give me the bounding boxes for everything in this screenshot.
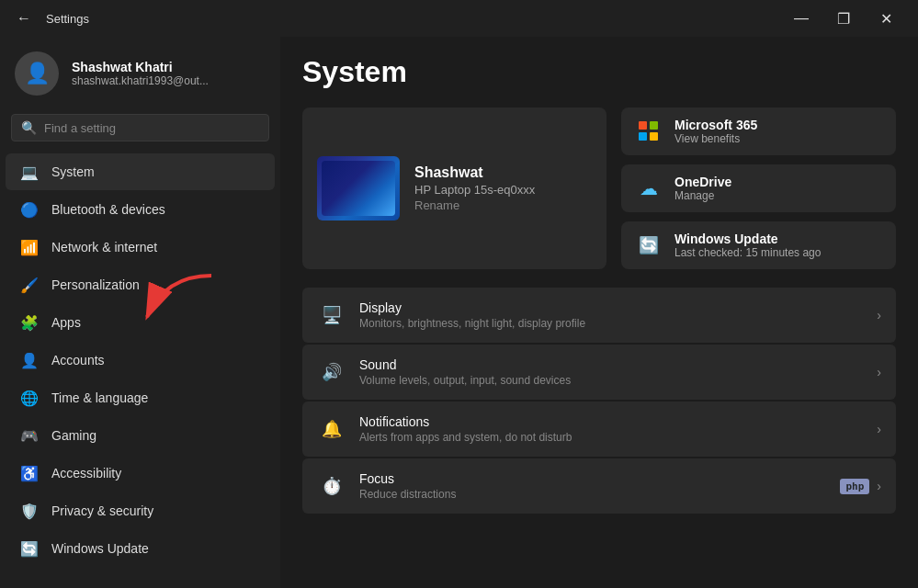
display-title: Display xyxy=(359,300,877,315)
user-profile[interactable]: 👤 Shashwat Khatri shashwat.khatri1993@ou… xyxy=(0,37,280,108)
sound-text: Sound Volume levels, output, input, soun… xyxy=(359,357,877,387)
sidebar-item-personalization[interactable]: 🖌️ Personalization xyxy=(6,266,275,303)
sidebar-item-accounts[interactable]: 👤 Accounts xyxy=(6,342,275,379)
maximize-button[interactable]: ❐ xyxy=(822,0,865,37)
notifications-title: Notifications xyxy=(359,414,877,429)
notifications-chevron: › xyxy=(877,422,881,436)
sidebar-label-time: Time & language xyxy=(51,390,148,405)
main-content: System Shashwat HP Laptop 15s-eq0xxx Ren… xyxy=(280,37,918,588)
display-icon: 🖥️ xyxy=(317,300,346,330)
back-button[interactable]: ← xyxy=(11,6,37,30)
settings-list: 🖥️ Display Monitors, brightness, night l… xyxy=(302,288,896,514)
winupdate-card[interactable]: 🔄 Windows Update Last checked: 15 minute… xyxy=(621,221,896,269)
personalization-icon: 🖌️ xyxy=(20,276,39,294)
sound-desc: Volume levels, output, input, sound devi… xyxy=(359,374,877,387)
privacy-icon: 🛡️ xyxy=(20,502,39,520)
close-button[interactable]: ✕ xyxy=(865,0,907,37)
onedrive-subtitle: Manage xyxy=(674,189,731,202)
avatar: 👤 xyxy=(15,51,59,96)
device-card[interactable]: Shashwat HP Laptop 15s-eq0xxx Rename xyxy=(302,107,606,269)
sidebar-label-personalization: Personalization xyxy=(51,277,140,292)
device-image xyxy=(317,156,400,220)
focus-text: Focus Reduce distractions xyxy=(359,471,840,501)
side-cards: Microsoft 365 View benefits ☁ OneDrive M… xyxy=(621,107,896,269)
display-chevron: › xyxy=(877,308,881,322)
winupdate-subtitle: Last checked: 15 minutes ago xyxy=(674,246,821,259)
settings-item-display[interactable]: 🖥️ Display Monitors, brightness, night l… xyxy=(302,288,896,343)
device-model: HP Laptop 15s-eq0xxx xyxy=(414,183,535,197)
sidebar-label-system: System xyxy=(51,164,95,179)
ms365-title: Microsoft 365 xyxy=(674,118,757,132)
sidebar-item-apps[interactable]: 🧩 Apps xyxy=(6,304,275,341)
window-controls: — ❐ ✕ xyxy=(780,0,907,37)
nav-list: 💻 System 🔵 Bluetooth & devices 📶 Network… xyxy=(0,153,280,568)
network-icon: 📶 xyxy=(20,238,39,256)
sidebar-label-accounts: Accounts xyxy=(51,353,105,368)
sidebar-label-gaming: Gaming xyxy=(51,428,96,443)
sidebar-item-privacy[interactable]: 🛡️ Privacy & security xyxy=(6,492,275,529)
onedrive-title: OneDrive xyxy=(674,175,731,189)
search-container: 🔍 xyxy=(0,108,280,153)
device-name: Shashwat xyxy=(414,164,535,181)
winupdate-icon: 🔄 xyxy=(634,231,663,260)
ms365-info: Microsoft 365 View benefits xyxy=(674,118,757,145)
gaming-icon: 🎮 xyxy=(20,426,39,445)
ms365-card[interactable]: Microsoft 365 View benefits xyxy=(621,107,896,155)
notifications-desc: Alerts from apps and system, do not dist… xyxy=(359,431,877,444)
display-text: Display Monitors, brightness, night ligh… xyxy=(359,300,877,330)
notifications-text: Notifications Alerts from apps and syste… xyxy=(359,414,877,444)
sidebar: 👤 Shashwat Khatri shashwat.khatri1993@ou… xyxy=(0,37,280,588)
settings-item-focus[interactable]: ⏱️ Focus Reduce distractions php › xyxy=(302,458,896,514)
app-body: 👤 Shashwat Khatri shashwat.khatri1993@ou… xyxy=(0,37,918,588)
sidebar-item-system[interactable]: 💻 System xyxy=(6,153,275,190)
user-name: Shashwat Khatri xyxy=(72,60,209,74)
sidebar-item-update[interactable]: 🔄 Windows Update xyxy=(6,530,275,567)
app-title: Settings xyxy=(46,12,89,26)
sidebar-label-update: Windows Update xyxy=(51,541,149,556)
apps-icon: 🧩 xyxy=(20,313,39,332)
accessibility-icon: ♿ xyxy=(20,464,39,482)
minimize-button[interactable]: — xyxy=(780,0,822,37)
search-box: 🔍 xyxy=(11,114,269,141)
page-title: System xyxy=(302,55,896,89)
focus-chevron: › xyxy=(877,479,881,493)
focus-icon: ⏱️ xyxy=(317,471,346,501)
sidebar-item-accessibility[interactable]: ♿ Accessibility xyxy=(6,455,275,492)
sidebar-label-accessibility: Accessibility xyxy=(51,466,121,481)
focus-title: Focus xyxy=(359,471,840,486)
sidebar-item-network[interactable]: 📶 Network & internet xyxy=(6,229,275,266)
display-desc: Monitors, brightness, night light, displ… xyxy=(359,317,877,330)
sidebar-label-privacy: Privacy & security xyxy=(51,503,153,518)
sidebar-label-apps: Apps xyxy=(51,315,81,330)
sidebar-label-bluetooth: Bluetooth & devices xyxy=(51,202,165,217)
notifications-icon: 🔔 xyxy=(317,414,346,444)
sidebar-item-bluetooth[interactable]: 🔵 Bluetooth & devices xyxy=(6,191,275,228)
onedrive-info: OneDrive Manage xyxy=(674,175,731,202)
sound-title: Sound xyxy=(359,357,877,372)
sidebar-item-gaming[interactable]: 🎮 Gaming xyxy=(6,417,275,454)
update-icon: 🔄 xyxy=(20,539,39,558)
onedrive-card[interactable]: ☁ OneDrive Manage xyxy=(621,164,896,212)
settings-item-notifications[interactable]: 🔔 Notifications Alerts from apps and sys… xyxy=(302,401,896,457)
sidebar-label-network: Network & internet xyxy=(51,240,157,254)
user-email: shashwat.khatri1993@out... xyxy=(72,74,209,87)
ms365-icon xyxy=(634,117,663,146)
device-image-inner xyxy=(322,161,395,216)
search-icon: 🔍 xyxy=(21,120,37,135)
ms365-subtitle: View benefits xyxy=(674,132,757,145)
php-badge: php xyxy=(840,479,869,494)
title-bar: ← Settings — ❐ ✕ xyxy=(0,0,918,37)
search-input[interactable] xyxy=(44,121,259,135)
system-icon: 💻 xyxy=(20,163,39,181)
onedrive-icon: ☁ xyxy=(634,174,663,203)
top-section: Shashwat HP Laptop 15s-eq0xxx Rename xyxy=(302,107,896,269)
device-rename[interactable]: Rename xyxy=(414,198,535,212)
sidebar-item-time[interactable]: 🌐 Time & language xyxy=(6,379,275,416)
user-info: Shashwat Khatri shashwat.khatri1993@out.… xyxy=(72,60,209,87)
time-icon: 🌐 xyxy=(20,389,39,407)
device-info: Shashwat HP Laptop 15s-eq0xxx Rename xyxy=(414,164,535,212)
bluetooth-icon: 🔵 xyxy=(20,200,39,219)
settings-item-sound[interactable]: 🔊 Sound Volume levels, output, input, so… xyxy=(302,345,896,400)
sound-chevron: › xyxy=(877,365,881,379)
sound-icon: 🔊 xyxy=(317,357,346,387)
